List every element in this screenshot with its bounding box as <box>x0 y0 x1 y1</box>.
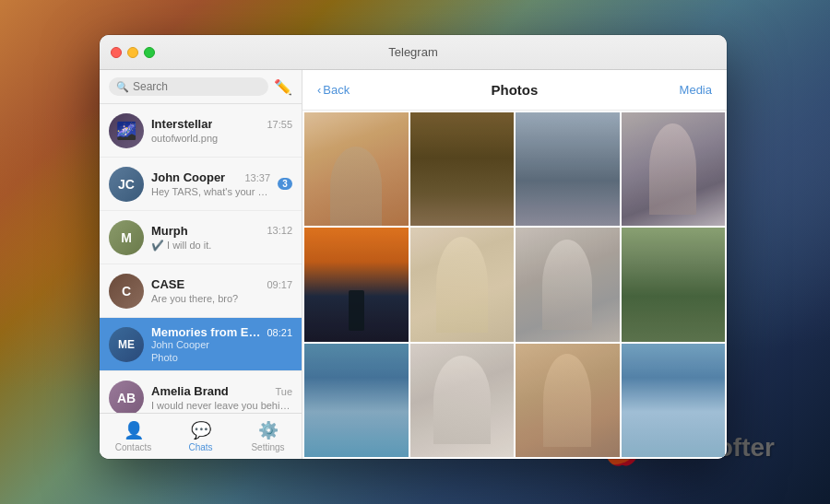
chat-info-case: CASE 09:17 Are you there, bro? <box>151 277 292 304</box>
tab-chats[interactable]: 💬 Chats <box>167 414 234 459</box>
avatar-john-cooper: JC <box>109 167 144 202</box>
chat-preview-john-cooper: Hey TARS, what's your honesty parameter? <box>151 186 270 197</box>
chat-name-john-cooper: John Cooper <box>151 170 225 184</box>
chat-item-john-cooper[interactable]: JC John Cooper 13:37 Hey TARS, what's yo… <box>100 158 302 211</box>
avatar-murph: M <box>109 220 144 255</box>
chats-icon: 💬 <box>191 420 211 440</box>
photo-cell-7[interactable] <box>516 228 620 341</box>
chat-time-murph: 13:12 <box>267 225 292 236</box>
window-body: 🔍 ✏️ 🌌 Interstellar 17:55 <box>100 70 727 459</box>
chat-item-interstellar[interactable]: 🌌 Interstellar 17:55 outofworld.png <box>100 104 302 158</box>
traffic-lights <box>111 47 155 58</box>
chat-list: 🌌 Interstellar 17:55 outofworld.png JC <box>100 104 302 413</box>
search-input-wrap[interactable]: 🔍 <box>109 77 268 96</box>
photo-cell-10[interactable] <box>410 344 515 457</box>
chat-item-case[interactable]: C CASE 09:17 Are you there, bro? <box>100 264 302 318</box>
contacts-icon: 👤 <box>124 420 144 440</box>
photo-cell-1[interactable] <box>304 112 409 226</box>
chat-info-john-cooper: John Cooper 13:37 Hey TARS, what's your … <box>151 170 270 197</box>
photo-cell-4[interactable] <box>622 112 726 226</box>
photo-cell-9[interactable] <box>304 344 409 457</box>
photo-cell-3[interactable] <box>516 112 620 226</box>
content-header: ‹ Back Photos Media <box>302 70 727 111</box>
chat-name-murph: Murph <box>151 224 188 238</box>
chat-time-interstellar: 17:55 <box>267 119 292 130</box>
chat-preview-memories: Photo <box>151 352 292 363</box>
photo-grid <box>302 111 727 459</box>
tab-settings[interactable]: ⚙️ Settings <box>234 414 302 459</box>
photo-cell-11[interactable] <box>516 344 620 457</box>
titlebar: Telegram <box>100 35 727 70</box>
main-content: ‹ Back Photos Media <box>302 70 727 459</box>
chat-name-case: CASE <box>151 277 184 291</box>
chat-item-amelia[interactable]: AB Amelia Brand Tue I would never leave … <box>100 371 302 413</box>
photo-cell-12[interactable] <box>622 344 726 457</box>
sidebar-tabs: 👤 Contacts 💬 Chats ⚙️ Settings <box>100 413 302 459</box>
chat-time-case: 09:17 <box>267 279 292 290</box>
photo-cell-5[interactable] <box>304 228 409 341</box>
chat-time-memories: 08:21 <box>267 327 292 338</box>
avatar-interstellar: 🌌 <box>109 113 144 148</box>
close-button[interactable] <box>111 47 122 58</box>
avatar-amelia: AB <box>109 381 144 414</box>
chat-subname-memories: John Cooper <box>151 339 292 350</box>
chat-time-amelia: Tue <box>275 386 292 397</box>
chat-item-memories[interactable]: ME Memories from Earth 08:21 John Cooper… <box>100 318 302 371</box>
photo-cell-2[interactable] <box>410 112 515 226</box>
tab-label-chats: Chats <box>188 442 212 452</box>
sidebar: 🔍 ✏️ 🌌 Interstellar 17:55 <box>100 70 302 459</box>
avatar-case: C <box>109 274 144 309</box>
chat-preview-case: Are you there, bro? <box>151 293 292 304</box>
chat-info-memories: Memories from Earth 08:21 John Cooper Ph… <box>151 325 292 363</box>
chat-info-amelia: Amelia Brand Tue I would never leave you… <box>151 384 292 411</box>
maximize-button[interactable] <box>144 47 155 58</box>
tab-label-settings: Settings <box>251 442 284 452</box>
search-icon: 🔍 <box>116 81 129 93</box>
chat-time-john-cooper: 13:37 <box>244 172 270 183</box>
chat-item-murph[interactable]: M Murph 13:12 ✔️ I will do it. <box>100 211 302 264</box>
chat-preview-amelia: I would never leave you behind... TARS <box>151 400 292 411</box>
chat-info-interstellar: Interstellar 17:55 outofworld.png <box>151 117 292 144</box>
search-bar: 🔍 ✏️ <box>100 70 302 104</box>
back-button[interactable]: ‹ Back <box>317 83 350 97</box>
back-label: Back <box>323 83 350 97</box>
content-title: Photos <box>350 82 679 98</box>
chat-info-murph: Murph 13:12 ✔️ I will do it. <box>151 224 292 252</box>
tab-contacts[interactable]: 👤 Contacts <box>100 414 167 459</box>
compose-icon[interactable]: ✏️ <box>274 78 292 96</box>
photo-cell-6[interactable] <box>410 228 515 341</box>
chat-preview-interstellar: outofworld.png <box>151 133 292 144</box>
avatar-memories: ME <box>109 327 144 362</box>
badge-john-cooper: 3 <box>278 178 292 190</box>
chat-name-memories: Memories from Earth <box>151 325 263 339</box>
chevron-left-icon: ‹ <box>317 83 321 97</box>
minimize-button[interactable] <box>127 47 138 58</box>
chat-preview-murph: ✔️ I will do it. <box>151 240 292 252</box>
media-button[interactable]: Media <box>680 83 712 97</box>
app-window: Telegram 🔍 ✏️ 🌌 <box>100 35 727 459</box>
settings-icon: ⚙️ <box>258 420 279 440</box>
photo-cell-8[interactable] <box>622 228 726 341</box>
tab-label-contacts: Contacts <box>115 442 151 452</box>
chat-name-interstellar: Interstellar <box>151 117 212 131</box>
chat-name-amelia: Amelia Brand <box>151 384 229 398</box>
window-title: Telegram <box>388 45 437 59</box>
search-input[interactable] <box>133 80 261 93</box>
